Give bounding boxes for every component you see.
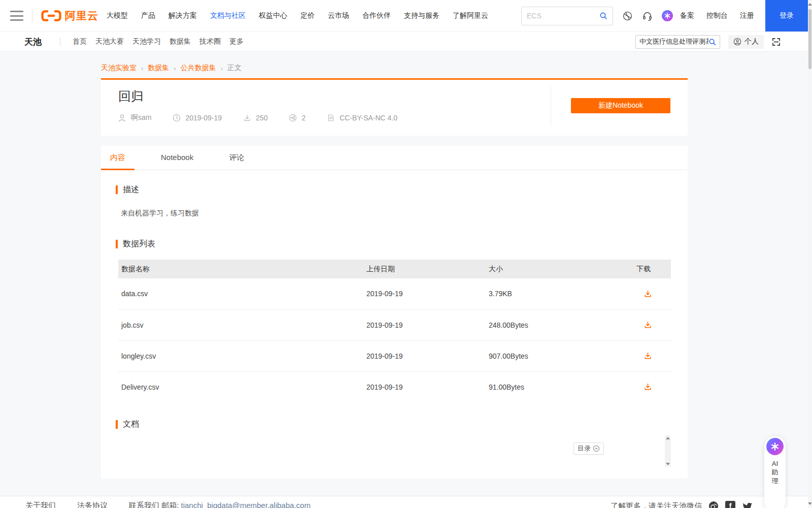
- datalist-section-heading: 数据列表: [116, 239, 688, 249]
- tianchi-search-input[interactable]: [639, 38, 708, 46]
- download-file-button[interactable]: [633, 340, 671, 371]
- ai-orb-icon[interactable]: [662, 10, 673, 21]
- scrollbar-thumb[interactable]: [808, 9, 811, 69]
- top-nav-item-products[interactable]: 产品: [141, 11, 155, 20]
- top-search-input[interactable]: [527, 12, 599, 20]
- scroll-down-arrow-icon[interactable]: [808, 502, 812, 505]
- license-meta: CC-BY-SA-NC 4.0: [327, 114, 397, 122]
- footer-legal-link[interactable]: 法务协议: [77, 501, 108, 508]
- tab-bar: 内容 Notebook 评论: [101, 146, 688, 170]
- scan-icon[interactable]: [772, 38, 781, 46]
- toc-button[interactable]: 目录: [573, 442, 604, 455]
- top-nav-item-llm[interactable]: 大模型: [107, 11, 128, 20]
- ai-assistant-button[interactable]: AI助理: [764, 436, 786, 508]
- top-nav-item-benefits[interactable]: 权益中心: [259, 11, 287, 20]
- divider: [60, 38, 60, 46]
- twitter-icon[interactable]: [742, 501, 752, 508]
- top-nav-item-partners[interactable]: 合作伙伴: [362, 11, 391, 20]
- file-row: job.csv 2019-09-19 248.00Bytes: [118, 309, 671, 340]
- tianchi-nav-learning[interactable]: 天池学习: [132, 37, 161, 46]
- description-section-heading: 描述: [116, 184, 688, 195]
- tianchi-nav-datasets[interactable]: 数据集: [170, 37, 191, 46]
- description-heading-label: 描述: [123, 184, 139, 195]
- search-icon[interactable]: [599, 12, 607, 20]
- section-accent-bar: [116, 420, 118, 429]
- file-date: 2019-09-19: [363, 340, 486, 371]
- new-notebook-button[interactable]: 新建Notebook: [571, 98, 670, 113]
- col-header-date: 上传日期: [363, 260, 486, 278]
- register-link[interactable]: 注册: [740, 11, 754, 20]
- breadcrumb-lab[interactable]: 天池实验室: [101, 64, 137, 73]
- tab-notebook[interactable]: Notebook: [152, 146, 202, 170]
- tianchi-nav-items: 首页 天池大赛 天池学习 数据集 技术圈 更多: [73, 37, 244, 46]
- top-nav-item-docs-community[interactable]: 文档与社区: [210, 11, 246, 20]
- weibo-icon[interactable]: [708, 501, 719, 508]
- download-count: 250: [256, 114, 267, 122]
- breadcrumb-separator: ›: [221, 65, 223, 72]
- chevron-up-circle-icon: [593, 445, 600, 452]
- user-icon: [733, 38, 741, 46]
- scroll-up-arrow-icon[interactable]: [808, 3, 812, 6]
- top-nav-item-pricing[interactable]: 定价: [300, 11, 315, 20]
- doc-scrollbar[interactable]: [665, 435, 671, 467]
- hamburger-menu-icon[interactable]: [10, 11, 23, 21]
- breadcrumb: 天池实验室 › 数据集 › 公共数据集 › 正文: [101, 52, 688, 73]
- clock-icon: [173, 114, 181, 122]
- beian-link[interactable]: 备案: [680, 11, 694, 20]
- footer-contact: 联系我们 邮箱: tianchi_bigdata@member.alibaba.…: [129, 501, 311, 508]
- search-icon[interactable]: [708, 38, 716, 46]
- facebook-icon[interactable]: f: [725, 501, 735, 508]
- top-nav-item-support[interactable]: 支持与服务: [404, 11, 439, 20]
- tab-content[interactable]: 内容: [101, 146, 134, 170]
- dataset-meta: 啊sam 2019-09-19 25: [118, 113, 397, 122]
- console-link[interactable]: 控制台: [706, 11, 728, 20]
- tianchi-nav-competitions[interactable]: 天池大赛: [95, 37, 124, 46]
- footer-about-link[interactable]: 关于我们: [25, 501, 56, 508]
- breadcrumb-datasets[interactable]: 数据集: [148, 64, 169, 73]
- tab-comments[interactable]: 评论: [220, 146, 253, 170]
- top-navbar: 阿里云 大模型 产品 解决方案 文档与社区 权益中心 定价 云市场 合作伙伴 支…: [0, 0, 812, 31]
- tianchi-nav-community[interactable]: 技术圈: [199, 37, 221, 46]
- personal-label: 个人: [745, 37, 759, 46]
- login-button[interactable]: 登录: [765, 0, 808, 31]
- top-nav-item-marketplace[interactable]: 云市场: [328, 11, 349, 20]
- date-meta: 2019-09-19: [173, 114, 222, 122]
- footer-follow-text: 了解更多，请关注天池微信: [611, 501, 702, 508]
- breadcrumb-public-datasets[interactable]: 公共数据集: [181, 64, 216, 73]
- scroll-down-arrow-icon[interactable]: [666, 463, 670, 465]
- file-name: data.csv: [118, 278, 363, 309]
- file-date: 2019-09-19: [363, 371, 486, 402]
- top-nav-item-about[interactable]: 了解阿里云: [453, 11, 488, 20]
- footer-contact-email[interactable]: tianchi_bigdata@member.alibaba.com: [181, 501, 311, 508]
- download-file-button[interactable]: [633, 371, 671, 402]
- download-file-button[interactable]: [633, 278, 671, 309]
- footer: 关于我们 法务协议 联系我们 邮箱: tianchi_bigdata@membe…: [0, 496, 812, 508]
- top-nav-item-solutions[interactable]: 解决方案: [168, 11, 197, 20]
- headset-icon[interactable]: [642, 11, 653, 21]
- tianchi-nav-home[interactable]: 首页: [73, 37, 87, 46]
- file-name: Delivery.csv: [118, 371, 363, 402]
- top-search-box[interactable]: [521, 7, 613, 25]
- top-nav-right: 备案 控制台 注册 登录: [521, 0, 812, 31]
- personal-menu[interactable]: 个人: [728, 35, 764, 49]
- aliyun-logo[interactable]: 阿里云: [41, 9, 98, 23]
- breadcrumb-separator: ›: [141, 65, 143, 72]
- col-header-download: 下载: [633, 260, 671, 278]
- upload-date: 2019-09-19: [185, 114, 222, 122]
- file-name: longley.csv: [118, 340, 363, 371]
- tianchi-brand[interactable]: 天池: [24, 36, 42, 48]
- file-size: 907.00Bytes: [486, 340, 633, 371]
- tianchi-nav-more[interactable]: 更多: [229, 37, 244, 46]
- file-name: job.csv: [118, 309, 363, 340]
- footer-social: 了解更多，请关注天池微信 f: [611, 501, 752, 508]
- shares-meta: 2: [289, 114, 306, 122]
- download-file-button[interactable]: [633, 309, 671, 340]
- page-scrollbar[interactable]: [808, 0, 812, 508]
- scroll-up-arrow-icon[interactable]: [666, 437, 670, 439]
- globe-icon[interactable]: [622, 11, 633, 21]
- tianchi-nav-right: 个人: [635, 35, 781, 49]
- tianchi-search-box[interactable]: [635, 35, 720, 49]
- footer-links: 关于我们 法务协议 联系我们 邮箱: tianchi_bigdata@membe…: [25, 501, 311, 508]
- section-accent-bar: [116, 240, 118, 248]
- author-name: 啊sam: [131, 113, 151, 122]
